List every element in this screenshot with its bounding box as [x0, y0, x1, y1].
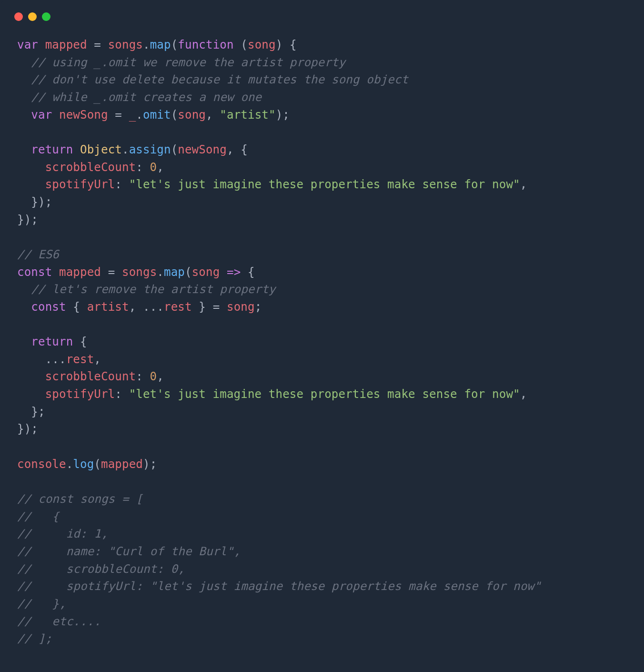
keyword-function: function — [178, 38, 233, 51]
comment-line: // name: "Curl of the Burl", — [17, 545, 241, 558]
semicolon: ; — [38, 405, 45, 418]
keyword-return: return — [31, 143, 73, 156]
paren-close: ) — [276, 108, 283, 122]
ident-song: song — [227, 300, 255, 314]
comment-line: // ]; — [17, 632, 52, 645]
paren-close: ) — [24, 213, 31, 226]
minimize-icon[interactable] — [28, 12, 37, 21]
method-assign: assign — [129, 143, 171, 156]
string-artist: "artist" — [220, 108, 275, 122]
destruct-artist: artist — [87, 300, 129, 314]
comment-line: // etc.... — [17, 615, 101, 628]
string-spotify: "let's just imagine these properties mak… — [129, 387, 520, 401]
semicolon: ; — [31, 422, 38, 436]
semicolon: ; — [45, 195, 52, 209]
comment-line: // don't use delete because it mutates t… — [31, 73, 408, 86]
paren-open: ( — [171, 38, 178, 51]
dot: . — [66, 458, 73, 471]
key-spotifyurl: spotifyUrl — [45, 387, 115, 401]
paren-open: ( — [185, 265, 192, 279]
keyword-return: return — [31, 335, 73, 348]
dot: . — [136, 108, 143, 122]
method-log: log — [73, 458, 94, 471]
comma: , — [520, 178, 527, 191]
operator-assign: = — [94, 38, 101, 51]
paren-close: ) — [38, 195, 45, 209]
ident-songs: songs — [108, 38, 143, 51]
comma: , — [227, 143, 234, 156]
comment-es6: // ES6 — [17, 248, 59, 261]
paren-open: ( — [94, 458, 101, 471]
keyword-const: const — [31, 300, 66, 314]
ident-songs: songs — [122, 265, 157, 279]
code-editor-window: var mapped = songs.map(function (song) {… — [0, 0, 644, 672]
dot: . — [157, 265, 164, 279]
operator-assign: = — [108, 265, 115, 279]
semicolon: ; — [282, 108, 290, 122]
method-omit: omit — [143, 108, 171, 122]
key-spotifyurl: spotifyUrl — [45, 178, 115, 191]
ident-newsong: newSong — [59, 108, 108, 122]
brace-close: } — [31, 195, 38, 209]
arg-newsong: newSong — [178, 143, 227, 156]
comma: , — [94, 353, 101, 366]
paren-open: ( — [171, 108, 178, 122]
ident-mapped: mapped — [45, 38, 87, 51]
brace-close: } — [31, 405, 38, 418]
brace-close: } — [199, 300, 206, 314]
brace-close: } — [17, 213, 24, 226]
comment-line: // id: 1, — [17, 527, 108, 540]
comma: , — [520, 387, 527, 401]
destruct-rest: rest — [164, 300, 192, 314]
operator-assign: = — [115, 108, 122, 122]
brace-open: { — [73, 300, 80, 314]
comment-line: // { — [17, 510, 59, 523]
maximize-icon[interactable] — [42, 12, 50, 21]
semicolon: ; — [31, 213, 38, 226]
arg-song: song — [178, 108, 206, 122]
ident-console: console — [17, 458, 66, 471]
comment-line: // spotifyUrl: "let's just imagine these… — [17, 580, 541, 593]
arg-mapped: mapped — [101, 458, 143, 471]
semicolon: ; — [150, 458, 157, 471]
param-song: song — [192, 265, 220, 279]
param-song: song — [248, 38, 276, 51]
value-zero: 0 — [150, 370, 157, 383]
comma: , — [157, 370, 164, 383]
comma: , — [129, 300, 136, 314]
keyword-var: var — [17, 38, 38, 51]
paren-close: ) — [276, 38, 283, 51]
comment-line: // let's remove the artist property — [31, 283, 275, 296]
ident-rest: rest — [66, 353, 94, 366]
close-icon[interactable] — [14, 12, 23, 21]
brace-open: { — [290, 38, 297, 51]
ident-underscore: _ — [129, 108, 136, 122]
code-block: var mapped = songs.map(function (song) {… — [0, 26, 644, 665]
colon: : — [136, 161, 143, 174]
colon: : — [115, 387, 122, 401]
ident-mapped: mapped — [59, 265, 101, 279]
colon: : — [136, 370, 143, 383]
value-zero: 0 — [150, 161, 157, 174]
comment-line: // scrobbleCount: 0, — [17, 562, 185, 576]
colon: : — [115, 178, 122, 191]
method-map: map — [164, 265, 185, 279]
paren-open: ( — [171, 143, 178, 156]
comment-line: // using _.omit we remove the artist pro… — [31, 56, 345, 69]
comment-line: // while _.omit creates a new one — [31, 91, 262, 104]
paren-close: ) — [143, 458, 150, 471]
keyword-var: var — [31, 108, 52, 122]
spread: ... — [143, 300, 164, 314]
spread: ... — [45, 353, 66, 366]
key-scrobblecount: scrobbleCount — [45, 161, 136, 174]
brace-open: { — [248, 265, 255, 279]
keyword-const: const — [17, 265, 52, 279]
window-titlebar — [0, 0, 644, 26]
method-map: map — [150, 38, 171, 51]
string-spotify: "let's just imagine these properties mak… — [129, 178, 520, 191]
key-scrobblecount: scrobbleCount — [45, 370, 136, 383]
brace-open: { — [241, 143, 248, 156]
dot: . — [143, 38, 150, 51]
comment-line: // const songs = [ — [17, 492, 143, 506]
brace-open: { — [80, 335, 87, 348]
